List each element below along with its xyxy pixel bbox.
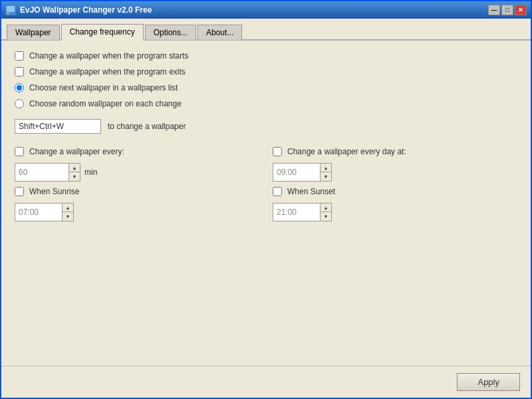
every-day-checkbox-row: Change a wallpaper every day at:: [273, 147, 517, 156]
on-start-label: Change a wallpaper when the program star…: [29, 51, 188, 61]
every-spin-buttons: ▲ ▼: [68, 164, 80, 181]
every-day-spin-up[interactable]: ▲: [321, 164, 331, 172]
sunrise-spinbox-row: ▲ ▼: [15, 203, 259, 221]
every-spinbox-row: ▲ ▼ min: [15, 163, 259, 182]
bottom-bar: Apply: [1, 366, 531, 398]
every-checkbox[interactable]: [15, 147, 24, 156]
content-area: Change a wallpaper when the program star…: [1, 41, 531, 366]
sunrise-spinbox-wrapper: ▲ ▼: [15, 203, 74, 221]
every-day-spinbox-row: ▲ ▼: [273, 163, 517, 182]
sunrise-value-input[interactable]: [15, 205, 62, 219]
tab-about[interactable]: About...: [198, 25, 242, 40]
next-in-list-row: Choose next wallpaper in a wallpapers li…: [15, 83, 517, 92]
hotkey-row: to change a wallpaper: [15, 119, 517, 134]
every-spin-down[interactable]: ▼: [69, 172, 80, 181]
sunrise-checkbox[interactable]: [15, 187, 24, 196]
tab-wallpaper[interactable]: Wallpaper: [7, 25, 60, 40]
spacer: [15, 227, 517, 355]
on-start-checkbox[interactable]: [15, 51, 24, 61]
close-button[interactable]: ✕: [515, 5, 527, 15]
sunset-spin-up[interactable]: ▲: [321, 203, 331, 212]
every-label: Change a wallpaper every:: [29, 147, 124, 156]
every-unit: min: [84, 168, 97, 177]
sunrise-spin-up[interactable]: ▲: [63, 203, 73, 212]
sunset-checkbox[interactable]: [273, 187, 282, 196]
main-window: EvJO Wallpaper Changer v2.0 Free — □ ✕ W…: [0, 0, 532, 399]
every-checkbox-row: Change a wallpaper every:: [15, 147, 259, 156]
sunrise-spin-down[interactable]: ▼: [63, 212, 73, 221]
svg-rect-1: [7, 6, 15, 12]
title-bar-left: EvJO Wallpaper Changer v2.0 Free: [5, 5, 152, 15]
random-label: Choose random wallpaper on each change: [29, 99, 182, 108]
every-day-label: Change a wallpaper every day at:: [287, 147, 406, 156]
on-exit-checkbox[interactable]: [15, 67, 24, 76]
sunset-spin-down[interactable]: ▼: [321, 212, 331, 221]
sunset-spinbox-row: ▲ ▼: [273, 203, 517, 221]
sunset-label: When Sunset: [287, 187, 335, 196]
next-in-list-radio[interactable]: [15, 83, 24, 92]
next-in-list-label: Choose next wallpaper in a wallpapers li…: [29, 83, 178, 92]
sunrise-checkbox-row: When Sunrise: [15, 187, 259, 196]
two-col-section: Change a wallpaper every: ▲ ▼ min: [15, 147, 517, 221]
every-day-checkbox[interactable]: [273, 147, 282, 156]
sunrise-label: When Sunrise: [29, 187, 79, 196]
right-column: Change a wallpaper every day at: ▲ ▼: [273, 147, 517, 221]
every-day-spinbox-wrapper: ▲ ▼: [273, 163, 332, 182]
random-row: Choose random wallpaper on each change: [15, 99, 517, 108]
window-title: EvJO Wallpaper Changer v2.0 Free: [20, 5, 152, 15]
sunset-spin-buttons: ▲ ▼: [320, 203, 331, 221]
hotkey-suffix: to change a wallpaper: [108, 122, 186, 131]
every-spinbox-wrapper: ▲ ▼: [15, 163, 80, 182]
sunset-checkbox-row: When Sunset: [273, 187, 517, 196]
every-day-value-input[interactable]: [273, 166, 320, 179]
maximize-button[interactable]: □: [501, 5, 513, 15]
title-bar: EvJO Wallpaper Changer v2.0 Free — □ ✕: [1, 1, 531, 19]
title-controls: — □ ✕: [488, 5, 527, 15]
minimize-button[interactable]: —: [488, 5, 500, 15]
hotkey-input[interactable]: [15, 119, 101, 134]
every-day-spin-down[interactable]: ▼: [321, 172, 331, 181]
sunrise-spin-buttons: ▲ ▼: [62, 203, 73, 221]
sunset-spinbox-wrapper: ▲ ▼: [273, 203, 332, 221]
svg-rect-2: [7, 13, 9, 14]
tab-options[interactable]: Options...: [145, 25, 196, 40]
every-day-spin-buttons: ▲ ▼: [320, 164, 331, 181]
tab-change-frequency[interactable]: Change frequency: [61, 24, 144, 41]
app-icon: [5, 5, 16, 15]
tab-bar: Wallpaper Change frequency Options... Ab…: [1, 19, 531, 41]
on-exit-label: Change a wallpaper when the program exit…: [29, 67, 186, 76]
sunset-value-input[interactable]: [273, 205, 320, 219]
apply-button[interactable]: Apply: [457, 373, 520, 391]
on-start-row: Change a wallpaper when the program star…: [15, 51, 517, 61]
on-exit-row: Change a wallpaper when the program exit…: [15, 67, 517, 76]
every-spin-up[interactable]: ▲: [69, 164, 80, 172]
random-radio[interactable]: [15, 99, 24, 108]
every-value-input[interactable]: [15, 166, 68, 179]
left-column: Change a wallpaper every: ▲ ▼ min: [15, 147, 259, 221]
